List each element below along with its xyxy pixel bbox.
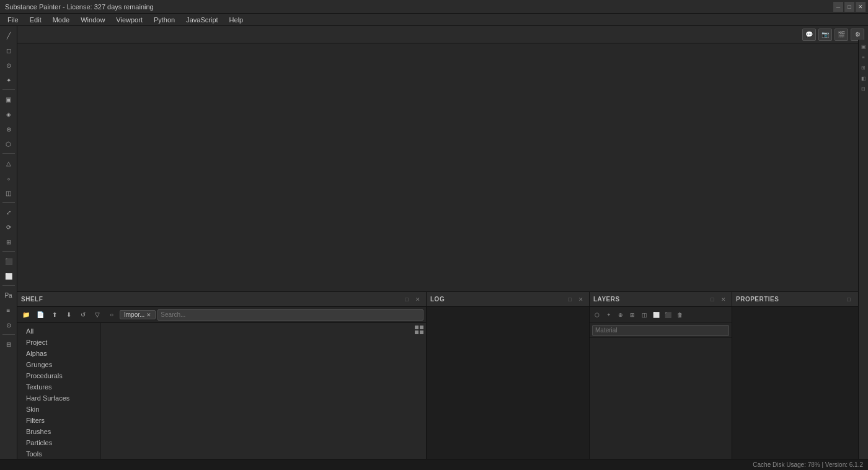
toolbar-btn-2[interactable]: ◻: [2, 43, 16, 57]
toolbar-btn-12[interactable]: ⤢: [2, 205, 16, 219]
layers-close-btn[interactable]: ✕: [719, 295, 728, 304]
toolbar-btn-19[interactable]: ⊙: [2, 318, 16, 332]
shelf-folder-btn[interactable]: 📁: [20, 309, 32, 321]
edge-icon-4[interactable]: ◧: [859, 74, 868, 82]
log-maximize-btn[interactable]: □: [565, 295, 574, 304]
status-bar: Cache Disk Usage: 78% | Version: 6.1.2: [0, 459, 868, 470]
toolbar-btn-13[interactable]: ⟳: [2, 220, 16, 234]
shelf-search-input[interactable]: [157, 309, 423, 321]
toolbar-btn-9[interactable]: △: [2, 156, 16, 170]
toolbar-btn-11[interactable]: ◫: [2, 186, 16, 200]
properties-maximize-btn[interactable]: □: [844, 295, 853, 304]
toolbar-btn-10[interactable]: ⬦: [2, 171, 16, 185]
shelf-nav-tools[interactable]: Tools: [17, 448, 100, 459]
shelf-nav-hard-surfaces[interactable]: Hard Surfaces: [17, 392, 100, 404]
layer-tool-6[interactable]: ⬜: [650, 309, 662, 321]
shelf-new-btn[interactable]: 📄: [34, 309, 46, 321]
toolbar-sep-2: [2, 153, 15, 154]
menu-window[interactable]: Window: [76, 15, 110, 25]
shelf-close-btn[interactable]: ✕: [414, 295, 422, 304]
title-bar: Substance Painter - License: 327 days re…: [0, 0, 868, 14]
layer-tool-3[interactable]: ⊕: [615, 309, 626, 321]
layer-tool-7[interactable]: ⬛: [662, 309, 673, 321]
svg-rect-1: [420, 326, 423, 329]
shelf-nav-particles[interactable]: Particles: [17, 437, 100, 448]
toolbar-btn-4[interactable]: ✦: [2, 73, 16, 87]
main-bottom: SHELF □ ✕ 📁 📄 ⬆ ⬇ ↺ ▽ ○ Impor.: [17, 291, 868, 459]
vp-camera-btn[interactable]: 📷: [818, 29, 832, 41]
shelf-nav-filters[interactable]: Filters: [17, 415, 100, 426]
shelf-refresh-btn[interactable]: ↺: [77, 309, 89, 321]
shelf-grid-toggle[interactable]: [415, 326, 423, 335]
toolbar-btn-17[interactable]: Pa: [2, 288, 16, 302]
log-content: [427, 307, 589, 459]
shelf-tag-text: Impor...: [124, 311, 144, 318]
menu-viewport[interactable]: Viewport: [111, 15, 148, 25]
layer-tool-2[interactable]: +: [603, 309, 614, 321]
shelf-toolbar: 📁 📄 ⬆ ⬇ ↺ ▽ ○ Impor... ✕: [17, 307, 426, 323]
layers-maximize-btn[interactable]: □: [708, 295, 717, 304]
log-panel: LOG □ ✕: [427, 292, 589, 459]
shelf-nav-alphas[interactable]: Alphas: [17, 348, 100, 359]
toolbar-btn-7[interactable]: ⊛: [2, 122, 16, 136]
shelf-nav-project[interactable]: Project: [17, 337, 100, 348]
layer-tool-4[interactable]: ⊞: [627, 309, 638, 321]
shelf-panel: SHELF □ ✕ 📁 📄 ⬆ ⬇ ↺ ▽ ○ Impor.: [17, 292, 427, 459]
shelf-nav-all[interactable]: All: [17, 326, 100, 337]
menu-bar: File Edit Mode Window Viewport Python Ja…: [0, 14, 868, 26]
layer-tool-8[interactable]: 🗑: [674, 309, 685, 321]
toolbar-btn-1[interactable]: ╱: [2, 29, 16, 42]
menu-help[interactable]: Help: [224, 15, 249, 25]
menu-file[interactable]: File: [2, 15, 24, 25]
shelf-sidebar: All Project Alphas Grunges Procedurals T…: [17, 323, 101, 459]
menu-mode[interactable]: Mode: [48, 15, 75, 25]
shelf-panel-title: SHELF: [21, 296, 400, 303]
shelf-nav-grunges[interactable]: Grunges: [17, 359, 100, 370]
toolbar-sep-4: [2, 251, 15, 252]
svg-rect-3: [420, 330, 423, 334]
close-button[interactable]: ✕: [856, 2, 866, 12]
toolbar-btn-8[interactable]: ⬡: [2, 137, 16, 151]
edge-icon-5[interactable]: ⊟: [859, 84, 868, 93]
edge-icon-3[interactable]: ⊞: [859, 63, 868, 72]
shelf-filter-btn[interactable]: ▽: [91, 309, 104, 321]
material-input[interactable]: [592, 325, 729, 336]
shelf-tag-close[interactable]: ✕: [146, 312, 151, 318]
vp-chat-btn[interactable]: 💬: [802, 29, 816, 41]
shelf-export-btn[interactable]: ⬆: [48, 309, 61, 321]
menu-python[interactable]: Python: [149, 15, 180, 25]
layer-tool-5[interactable]: ◫: [639, 309, 650, 321]
log-close-btn[interactable]: ✕: [577, 295, 585, 304]
toolbar-btn-5[interactable]: ▣: [2, 92, 16, 106]
toolbar-btn-15[interactable]: ⬛: [2, 254, 16, 268]
vp-video-btn[interactable]: 🎬: [835, 29, 848, 41]
menu-edit[interactable]: Edit: [25, 15, 46, 25]
edge-icon-2[interactable]: ≡: [859, 53, 868, 61]
vp-settings-btn[interactable]: ⚙: [851, 29, 864, 41]
minimize-button[interactable]: ─: [833, 2, 843, 12]
layer-tool-1[interactable]: ⬡: [591, 309, 603, 321]
shelf-nav-skin[interactable]: Skin: [17, 404, 100, 415]
status-text: Cache Disk Usage: 78% | Version: 6.1.2: [753, 461, 863, 468]
shelf-nav-procedurals[interactable]: Procedurals: [17, 370, 100, 381]
shelf-import-tag: Impor... ✕: [120, 310, 156, 319]
layers-column: LAYERS □ ✕ ⬡ + ⊕ ⊞ ◫ ⬜ ⬛ 🗑: [590, 292, 732, 459]
toolbar-btn-20[interactable]: ⊟: [2, 337, 16, 351]
toolbar-btn-14[interactable]: ⊞: [2, 235, 16, 249]
shelf-maximize-btn[interactable]: □: [402, 295, 411, 304]
edge-icon-1[interactable]: ▣: [859, 42, 868, 51]
toolbar-btn-3[interactable]: ⊙: [2, 58, 16, 72]
maximize-button[interactable]: □: [844, 2, 854, 12]
toolbar-btn-16[interactable]: ⬜: [2, 269, 16, 283]
shelf-import-btn[interactable]: ⬇: [63, 309, 75, 321]
left-toolbar: ╱ ◻ ⊙ ✦ ▣ ◈ ⊛ ⬡ △ ⬦ ◫ ⤢ ⟳ ⊞ ⬛ ⬜ Pa ≡ ⊙ ⊟: [0, 26, 17, 459]
shelf-nav-brushes[interactable]: Brushes: [17, 426, 100, 437]
menu-javascript[interactable]: JavaScript: [181, 15, 223, 25]
properties-column: PROPERTIES □ ✕: [732, 292, 868, 459]
toolbar-sep-6: [2, 334, 15, 335]
shelf-circle-btn[interactable]: ○: [105, 309, 118, 321]
toolbar-btn-6[interactable]: ◈: [2, 107, 16, 121]
viewport-toolbar: 💬 📷 🎬 ⚙: [17, 26, 868, 43]
shelf-nav-textures[interactable]: Textures: [17, 381, 100, 392]
toolbar-btn-18[interactable]: ≡: [2, 303, 16, 317]
